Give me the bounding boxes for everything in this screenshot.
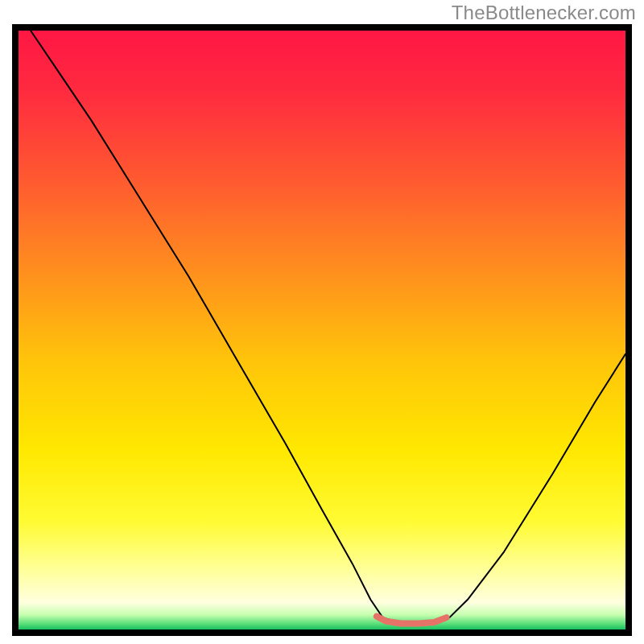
- svg-rect-1: [19, 31, 625, 630]
- chart-svg: [12, 24, 632, 636]
- bottleneck-chart: [12, 24, 632, 636]
- chart-container: TheBottlenecker.com: [0, 0, 644, 644]
- watermark-text: TheBottlenecker.com: [452, 2, 636, 24]
